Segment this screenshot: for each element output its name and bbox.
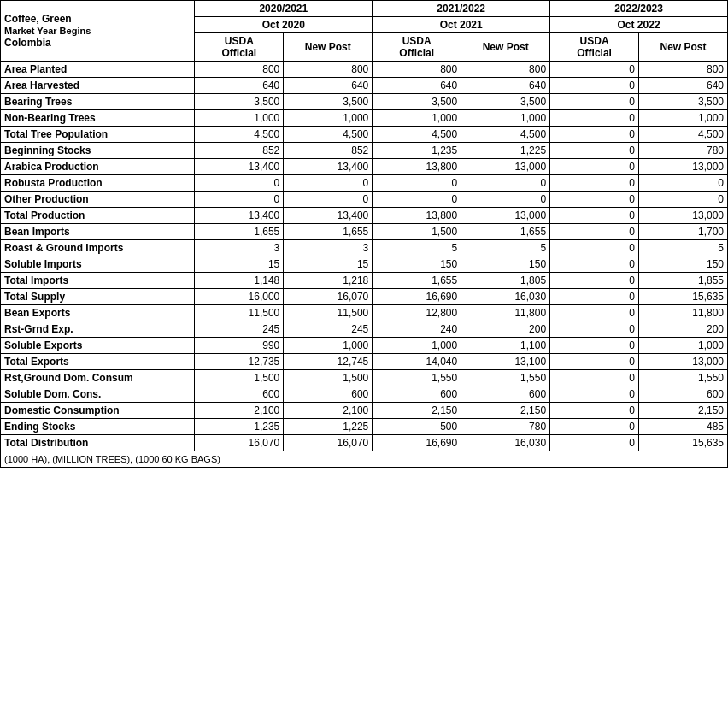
cell-14-3: 16,030	[461, 289, 550, 305]
cell-14-0: 16,000	[195, 289, 284, 305]
cell-9-1: 13,400	[284, 208, 373, 224]
cell-16-4: 0	[550, 321, 639, 338]
cell-1-3: 640	[461, 78, 550, 94]
cell-17-2: 1,000	[373, 338, 461, 354]
cell-1-1: 640	[284, 78, 373, 94]
cell-18-5: 13,000	[639, 354, 728, 370]
main-container: Coffee, GreenMarket Year BeginsColombia …	[0, 0, 728, 468]
cell-3-3: 1,000	[461, 110, 550, 127]
cell-13-0: 1,148	[195, 273, 284, 289]
cell-14-2: 16,690	[373, 289, 461, 305]
table-row: Total Supply16,00016,07016,69016,030015,…	[1, 289, 728, 305]
cell-15-2: 12,800	[373, 305, 461, 321]
cell-10-2: 1,500	[373, 224, 461, 240]
cell-3-2: 1,000	[373, 110, 461, 127]
cell-7-2: 0	[373, 175, 461, 192]
row-label-3: Non-Bearing Trees	[1, 110, 195, 127]
cell-2-5: 3,500	[639, 94, 728, 110]
market-year-2022: Oct 2022	[550, 17, 728, 33]
cell-15-4: 0	[550, 305, 639, 321]
cell-13-4: 0	[550, 273, 639, 289]
cell-12-2: 150	[373, 256, 461, 273]
table-body: Area Planted8008008008000800Area Harvest…	[1, 62, 728, 451]
table-row: Total Imports1,1481,2181,6551,80501,855	[1, 273, 728, 289]
cell-22-5: 485	[639, 419, 728, 435]
cell-5-4: 0	[550, 143, 639, 159]
cell-21-0: 2,100	[195, 403, 284, 419]
title-row: Coffee, GreenMarket Year BeginsColombia …	[1, 1, 728, 17]
market-year-2021: Oct 2021	[373, 17, 550, 33]
cell-2-3: 3,500	[461, 94, 550, 110]
cell-4-3: 4,500	[461, 127, 550, 143]
cell-19-1: 1,500	[284, 370, 373, 386]
usda-official-1: USDAOfficial	[195, 33, 284, 62]
crop-title-text: Coffee, Green	[4, 13, 72, 25]
cell-14-4: 0	[550, 289, 639, 305]
cell-18-0: 12,735	[195, 354, 284, 370]
cell-7-3: 0	[461, 175, 550, 192]
cell-10-3: 1,655	[461, 224, 550, 240]
table-row: Robusta Production000000	[1, 175, 728, 192]
table-row: Soluble Exports9901,0001,0001,10001,000	[1, 338, 728, 354]
cell-2-2: 3,500	[373, 94, 461, 110]
cell-21-4: 0	[550, 403, 639, 419]
cell-10-1: 1,655	[284, 224, 373, 240]
cell-2-4: 0	[550, 94, 639, 110]
table-row: Total Production13,40013,40013,80013,000…	[1, 208, 728, 224]
cell-8-3: 0	[461, 192, 550, 208]
cell-17-1: 1,000	[284, 338, 373, 354]
cell-19-5: 1,550	[639, 370, 728, 386]
cell-8-4: 0	[550, 192, 639, 208]
row-label-20: Soluble Dom. Cons.	[1, 386, 195, 403]
row-label-5: Beginning Stocks	[1, 143, 195, 159]
cell-22-4: 0	[550, 419, 639, 435]
cell-18-3: 13,100	[461, 354, 550, 370]
cell-19-0: 1,500	[195, 370, 284, 386]
cell-5-5: 780	[639, 143, 728, 159]
table-row: Total Exports12,73512,74514,04013,100013…	[1, 354, 728, 370]
cell-19-4: 0	[550, 370, 639, 386]
cell-7-0: 0	[195, 175, 284, 192]
cell-4-4: 0	[550, 127, 639, 143]
cell-12-0: 15	[195, 256, 284, 273]
cell-20-3: 600	[461, 386, 550, 403]
row-label-14: Total Supply	[1, 289, 195, 305]
cell-3-4: 0	[550, 110, 639, 127]
cell-16-0: 245	[195, 321, 284, 338]
cell-11-1: 3	[284, 240, 373, 256]
row-label-8: Other Production	[1, 192, 195, 208]
cell-16-1: 245	[284, 321, 373, 338]
cell-15-5: 11,800	[639, 305, 728, 321]
cell-12-3: 150	[461, 256, 550, 273]
cell-21-1: 2,100	[284, 403, 373, 419]
cell-21-3: 2,150	[461, 403, 550, 419]
cell-22-2: 500	[373, 419, 461, 435]
cell-23-2: 16,690	[373, 435, 461, 451]
table-row: Other Production000000	[1, 192, 728, 208]
cell-20-2: 600	[373, 386, 461, 403]
cell-8-2: 0	[373, 192, 461, 208]
row-label-15: Bean Exports	[1, 305, 195, 321]
cell-6-2: 13,800	[373, 159, 461, 175]
usda-official-3: USDAOfficial	[550, 33, 639, 62]
row-label-23: Total Distribution	[1, 435, 195, 451]
new-post-2: New Post	[461, 33, 550, 62]
cell-7-5: 0	[639, 175, 728, 192]
cell-0-2: 800	[373, 62, 461, 78]
market-year-2020: Oct 2020	[195, 17, 373, 33]
cell-18-4: 0	[550, 354, 639, 370]
cell-15-0: 11,500	[195, 305, 284, 321]
row-label-0: Area Planted	[1, 62, 195, 78]
cell-17-5: 1,000	[639, 338, 728, 354]
table-row: Bean Exports11,50011,50012,80011,800011,…	[1, 305, 728, 321]
table-row: Soluble Dom. Cons.6006006006000600	[1, 386, 728, 403]
cell-9-5: 13,000	[639, 208, 728, 224]
cell-18-2: 14,040	[373, 354, 461, 370]
cell-11-2: 5	[373, 240, 461, 256]
row-label-19: Rst,Ground Dom. Consum	[1, 370, 195, 386]
cell-17-0: 990	[195, 338, 284, 354]
cell-23-5: 15,635	[639, 435, 728, 451]
row-label-11: Roast & Ground Imports	[1, 240, 195, 256]
cell-15-1: 11,500	[284, 305, 373, 321]
row-label-6: Arabica Production	[1, 159, 195, 175]
